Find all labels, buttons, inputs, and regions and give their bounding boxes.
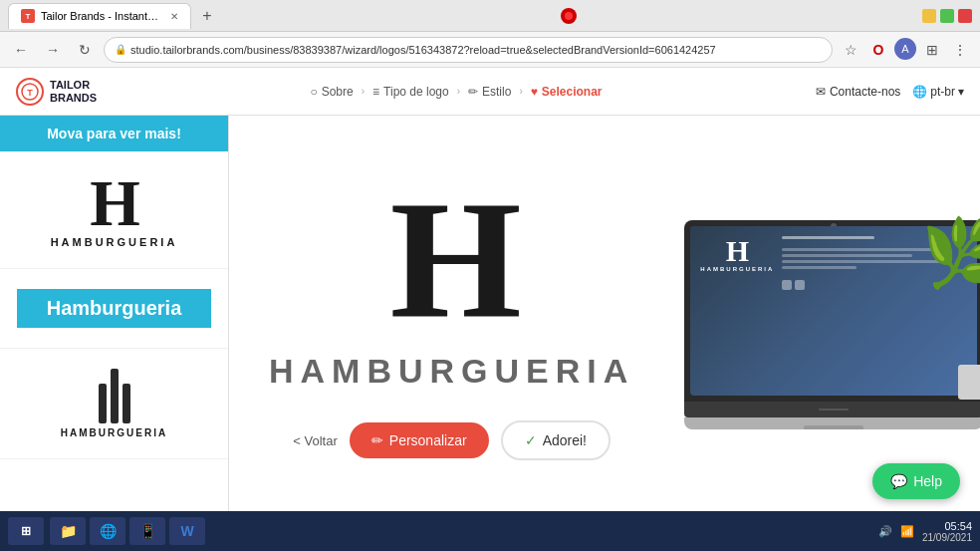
logo-option-2[interactable]: Hamburgueria xyxy=(0,269,228,349)
tab-area: T Tailor Brands - Instant Logo Ma... ✕ + xyxy=(8,3,219,29)
mockup-area: H HAMBURGUERIA xyxy=(674,220,980,429)
plant-vase xyxy=(958,365,980,400)
personalize-button[interactable]: ✏ Personalizar xyxy=(350,422,489,458)
taskbar-time-display: 05:54 xyxy=(922,520,972,532)
laptop-notch xyxy=(804,425,863,429)
loved-button[interactable]: ✓ Adorei! xyxy=(501,420,611,460)
sidebar-logo-1-letter: H xyxy=(90,171,138,236)
logo-area: T TAILOR BRANDS xyxy=(16,78,97,106)
contact-label: Contacte-nos xyxy=(830,85,900,99)
app-3-icon: 📱 xyxy=(139,523,156,539)
nav-step-tipo[interactable]: ≡ Tipo de logo xyxy=(372,85,449,99)
tab-title: Tailor Brands - Instant Logo Ma... xyxy=(41,10,160,22)
lang-chevron-icon: ▾ xyxy=(958,85,964,99)
plant-decoration: 🌿 xyxy=(921,210,980,292)
word-icon: W xyxy=(180,523,193,539)
sidebar-promo-banner[interactable]: Mova para ver mais! xyxy=(0,116,228,151)
tailor-brands-logo-icon: T xyxy=(16,78,44,106)
menu-button[interactable]: ⋮ xyxy=(948,38,972,62)
nav-arrow-3: › xyxy=(519,86,522,97)
profile-button[interactable]: A xyxy=(894,38,916,60)
logo-option-3[interactable]: HAMBURGUERIA xyxy=(0,349,228,459)
selecionar-icon: ♥ xyxy=(531,85,538,99)
site-header: T TAILOR BRANDS ○ Sobre › ≡ Tipo de logo… xyxy=(0,68,980,116)
taskbar-app-word[interactable]: W xyxy=(169,517,205,545)
sidebar-logo-1-name: HAMBURGUERIA xyxy=(51,236,178,248)
lock-icon: 🔒 xyxy=(115,44,126,55)
tailor-brands-logo-text: TAILOR BRANDS xyxy=(50,79,97,103)
back-nav-button[interactable]: ← xyxy=(8,37,34,63)
extensions-button[interactable]: ⊞ xyxy=(920,38,944,62)
taskbar-app-files[interactable]: 📁 xyxy=(50,517,86,545)
main-content: H HAMBURGUERIA < Voltar ✏ Personalizar ✓… xyxy=(229,116,980,551)
laptop-base xyxy=(684,402,980,417)
tab-close-icon[interactable]: ✕ xyxy=(170,11,178,22)
social-icon-1 xyxy=(782,280,792,290)
new-tab-button[interactable]: + xyxy=(195,4,219,28)
main-logo-name: HAMBURGUERIA xyxy=(269,352,634,391)
volume-icon: 🔊 xyxy=(878,525,892,538)
opera-icon[interactable]: O xyxy=(866,38,890,62)
taskbar-clock: 05:54 21/09/2021 xyxy=(922,520,972,543)
mail-icon: ✉ xyxy=(816,85,826,99)
chat-icon: 💬 xyxy=(890,473,907,489)
browser-controls: ← → ↻ 🔒 studio.tailorbrands.com/business… xyxy=(0,32,980,68)
browser-titlebar: T Tailor Brands - Instant Logo Ma... ✕ + xyxy=(0,0,980,32)
sobre-icon: ○ xyxy=(310,85,317,99)
taskbar-app-3[interactable]: 📱 xyxy=(129,517,165,545)
promo-text: Mova para ver mais! xyxy=(47,126,181,141)
check-icon: ✓ xyxy=(525,432,537,448)
estilo-label: Estilo xyxy=(482,85,511,99)
start-button[interactable]: ⊞ xyxy=(8,517,44,545)
taskbar-app-chrome[interactable]: 🌐 xyxy=(90,517,125,545)
sobre-label: Sobre xyxy=(322,85,354,99)
start-icon: ⊞ xyxy=(21,524,31,538)
address-bar[interactable]: 🔒 studio.tailorbrands.com/business/83839… xyxy=(104,37,833,63)
window-controls xyxy=(922,9,972,23)
laptop-text-line-3 xyxy=(782,254,911,257)
estilo-icon: ✏ xyxy=(468,85,478,99)
taskbar: ⊞ 📁 🌐 📱 W 🔊 📶 05:54 21/09/2021 xyxy=(0,511,980,551)
laptop-text-line-5 xyxy=(782,266,856,269)
header-right: ✉ Contacte-nos 🌐 pt-br ▾ xyxy=(816,85,964,99)
files-icon: 📁 xyxy=(60,523,77,539)
help-button[interactable]: 💬 Help xyxy=(872,463,960,499)
loved-label: Adorei! xyxy=(543,432,587,448)
laptop-h-letter: H xyxy=(726,236,749,266)
lang-globe-icon: 🌐 xyxy=(912,85,927,99)
reload-button[interactable]: ↻ xyxy=(72,37,98,63)
selecionar-label: Selecionar xyxy=(542,85,603,99)
network-icon: 📶 xyxy=(900,525,914,538)
svg-text:T: T xyxy=(27,88,33,98)
restore-button[interactable] xyxy=(940,9,954,23)
language-selector[interactable]: 🌐 pt-br ▾ xyxy=(912,85,964,99)
laptop-content-line-1 xyxy=(782,236,874,239)
logo-option-1[interactable]: H HAMBURGUERIA xyxy=(0,151,228,269)
forward-nav-button[interactable]: → xyxy=(40,37,66,63)
nav-step-selecionar[interactable]: ♥ Selecionar xyxy=(531,85,603,99)
laptop-bottom xyxy=(684,417,980,429)
logo-preview-section: H HAMBURGUERIA < Voltar ✏ Personalizar ✓… xyxy=(229,116,980,534)
nav-arrow-2: › xyxy=(457,86,460,97)
tipo-label: Tipo de logo xyxy=(383,85,449,99)
help-label: Help xyxy=(913,473,942,489)
taskbar-apps: 📁 🌐 📱 W xyxy=(50,517,205,545)
nav-step-sobre[interactable]: ○ Sobre xyxy=(310,85,353,99)
taskbar-right: 🔊 📶 05:54 21/09/2021 xyxy=(878,520,972,543)
bookmark-button[interactable]: ☆ xyxy=(839,38,862,62)
social-icon-2 xyxy=(795,280,805,290)
logo-main-display: H HAMBURGUERIA < Voltar ✏ Personalizar ✓… xyxy=(269,188,634,461)
active-tab[interactable]: T Tailor Brands - Instant Logo Ma... ✕ xyxy=(8,3,191,29)
laptop-base-detail xyxy=(819,409,849,411)
close-button[interactable] xyxy=(958,9,972,23)
back-button[interactable]: < Voltar xyxy=(293,433,337,448)
tipo-icon: ≡ xyxy=(372,85,379,99)
nav-step-estilo[interactable]: ✏ Estilo xyxy=(468,85,511,99)
logo-actions: < Voltar ✏ Personalizar ✓ Adorei! xyxy=(293,420,611,460)
personalize-label: Personalizar xyxy=(389,432,467,448)
laptop-logo-small: H HAMBURGUERIA xyxy=(700,236,774,272)
minimize-button[interactable] xyxy=(922,9,936,23)
tab-favicon: T xyxy=(21,9,35,23)
sidebar-logo-3-name: HAMBURGUERIA xyxy=(61,427,167,438)
contact-link[interactable]: ✉ Contacte-nos xyxy=(816,85,900,99)
